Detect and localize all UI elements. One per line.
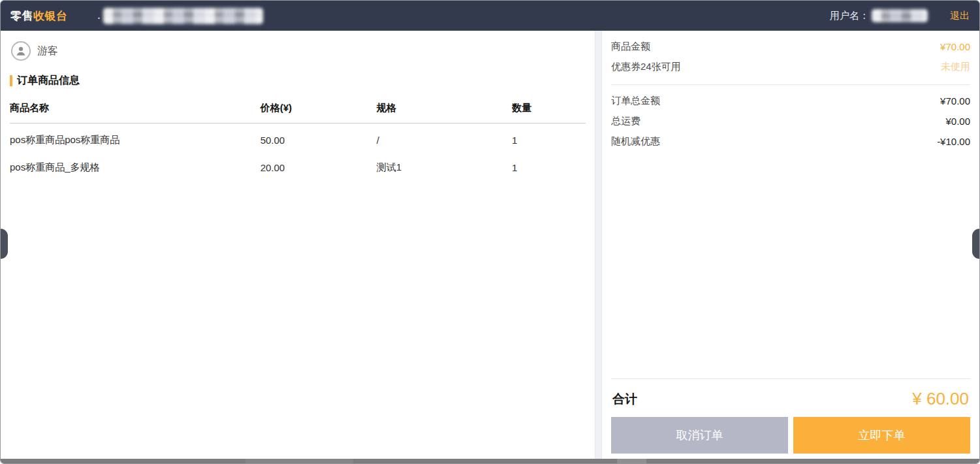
bottom-window-edge [1, 459, 979, 463]
section-title-text: 订单商品信息 [17, 74, 80, 88]
shipping-label: 总运费 [611, 115, 640, 127]
app-title: 零售收银台 [10, 8, 68, 24]
col-product-name: 商品名称 [10, 102, 261, 114]
order-total-label: 订单总金额 [611, 95, 660, 107]
coupon-status: 未使用 [941, 61, 970, 73]
random-discount-label: 随机减优惠 [611, 135, 660, 148]
action-buttons: 取消订单 立即下单 [611, 417, 970, 459]
submit-order-button[interactable]: 立即下单 [793, 417, 970, 454]
col-spec: 规格 [377, 102, 512, 114]
shipping-row: 总运费 ¥0.00 [611, 111, 970, 131]
order-panel: 游客 订单商品信息 商品名称 价格(¥) 规格 数量 pos称重商品pos称重商… [1, 31, 595, 459]
product-qty: 1 [512, 162, 586, 173]
logout-button[interactable]: 退出 [950, 10, 970, 22]
random-discount-value: -¥10.00 [937, 136, 970, 147]
panel-spacer [611, 157, 970, 378]
grand-total-row: 合计 ¥ 60.00 [611, 378, 970, 417]
coupon-label: 优惠券24张可用 [611, 61, 681, 73]
product-qty: 1 [512, 135, 586, 146]
checkout-panel: 商品金额 ¥70.00 优惠券24张可用 未使用 订单总金额 ¥70.00 总运… [602, 31, 979, 459]
customer-name: 游客 [37, 44, 58, 58]
order-total-row: 订单总金额 ¥70.00 [611, 91, 970, 111]
guest-avatar-icon [11, 41, 31, 61]
shipping-value: ¥0.00 [945, 116, 970, 127]
product-name: pos称重商品pos称重商品 [10, 134, 261, 146]
product-price: 50.00 [261, 135, 377, 146]
section-accent-bar [10, 75, 12, 86]
product-spec: 测试1 [377, 161, 512, 174]
amount-section: 商品金额 ¥70.00 优惠券24张可用 未使用 [611, 31, 970, 85]
goods-amount-label: 商品金额 [611, 41, 650, 53]
cancel-order-button[interactable]: 取消订单 [611, 417, 788, 454]
app-title-prefix: 零售 [10, 10, 33, 22]
product-price: 20.00 [261, 162, 377, 173]
order-section-title: 订单商品信息 [10, 74, 586, 88]
goods-amount-row: 商品金额 ¥70.00 [611, 37, 970, 57]
store-name-prefix: . [98, 10, 101, 21]
products-table-header: 商品名称 价格(¥) 规格 数量 [10, 98, 586, 124]
product-name: pos称重商品_多规格 [10, 161, 261, 174]
coupon-row[interactable]: 优惠券24张可用 未使用 [611, 57, 970, 77]
top-bar: 零售收银台 . 用户名： 退出 [1, 1, 979, 31]
blurred-store-name [103, 8, 263, 24]
random-discount-row: 随机减优惠 -¥10.00 [611, 131, 970, 152]
right-drawer-handle[interactable] [972, 229, 979, 259]
table-row: pos称重商品_多规格 20.00 测试1 1 [10, 151, 586, 178]
goods-amount-value: ¥70.00 [940, 41, 970, 52]
col-qty: 数量 [512, 102, 586, 114]
grand-total-value: ¥ 60.00 [912, 389, 969, 409]
main-content: 游客 订单商品信息 商品名称 价格(¥) 规格 数量 pos称重商品pos称重商… [1, 31, 979, 459]
table-row: pos称重商品pos称重商品 50.00 / 1 [10, 124, 586, 151]
totals-section: 订单总金额 ¥70.00 总运费 ¥0.00 随机减优惠 -¥10.00 [611, 85, 970, 157]
left-drawer-handle[interactable] [1, 229, 8, 259]
username-label: 用户名： [830, 10, 869, 22]
app-title-suffix: 收银台 [33, 10, 68, 22]
order-total-value: ¥70.00 [940, 95, 970, 107]
blurred-username [872, 9, 928, 22]
top-bar-right: 用户名： 退出 [830, 9, 970, 22]
grand-total-label: 合计 [612, 391, 637, 408]
col-price: 价格(¥) [261, 102, 377, 114]
panel-divider [595, 31, 602, 459]
customer-chip[interactable]: 游客 [11, 41, 586, 61]
product-spec: / [377, 135, 512, 146]
pos-window: 零售收银台 . 用户名： 退出 游客 订单商品 [0, 0, 980, 464]
